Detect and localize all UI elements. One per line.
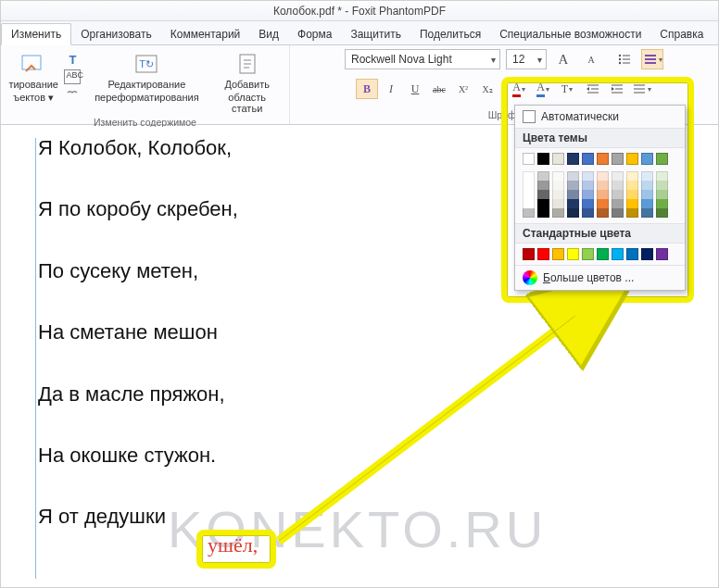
color-swatch[interactable] — [612, 199, 624, 208]
more-colors-item[interactable]: Больше цветов ... — [515, 265, 685, 290]
color-swatch[interactable] — [552, 171, 564, 181]
color-swatch[interactable] — [626, 199, 638, 208]
color-swatch[interactable] — [626, 171, 638, 181]
color-swatch[interactable] — [612, 190, 624, 199]
theme-color-shades — [515, 169, 685, 223]
color-wheel-icon — [523, 270, 537, 285]
color-swatch[interactable] — [597, 181, 609, 190]
color-swatch[interactable] — [641, 208, 653, 218]
color-swatch[interactable] — [537, 171, 549, 181]
color-swatch[interactable] — [612, 248, 624, 260]
color-swatch[interactable] — [582, 153, 594, 165]
color-swatch[interactable] — [612, 153, 624, 165]
color-swatch[interactable] — [626, 248, 638, 260]
color-swatch[interactable] — [567, 171, 579, 181]
theme-colors-row — [515, 148, 685, 169]
color-swatch[interactable] — [612, 181, 624, 190]
color-swatch[interactable] — [656, 190, 668, 199]
color-swatch[interactable] — [626, 153, 638, 165]
color-swatch[interactable] — [567, 208, 579, 218]
color-swatch[interactable] — [582, 248, 594, 260]
color-swatch[interactable] — [641, 248, 653, 260]
standard-colors-row — [515, 244, 685, 265]
color-swatch[interactable] — [537, 153, 549, 165]
color-swatch[interactable] — [641, 199, 653, 208]
color-swatch[interactable] — [537, 248, 549, 260]
more-colors-label: Больше цветов ... — [543, 271, 634, 284]
color-swatch[interactable] — [567, 199, 579, 208]
color-swatch[interactable] — [552, 181, 564, 190]
color-swatch[interactable] — [523, 199, 535, 208]
color-swatch[interactable] — [552, 248, 564, 260]
color-swatch[interactable] — [567, 181, 579, 190]
color-swatch[interactable] — [597, 190, 609, 199]
color-swatch[interactable] — [582, 199, 594, 208]
color-swatch[interactable] — [523, 248, 535, 260]
automatic-swatch-icon — [523, 110, 536, 123]
svg-line-26 — [279, 316, 575, 541]
color-swatch[interactable] — [597, 171, 609, 181]
color-swatch[interactable] — [523, 208, 535, 218]
font-color-popup: Автоматически Цвета темы Стандартные цве… — [514, 105, 686, 291]
color-swatch[interactable] — [626, 190, 638, 199]
color-swatch[interactable] — [641, 181, 653, 190]
color-swatch[interactable] — [537, 199, 549, 208]
color-swatch[interactable] — [523, 190, 535, 199]
color-swatch[interactable] — [656, 248, 668, 260]
color-swatch[interactable] — [656, 208, 668, 218]
color-swatch[interactable] — [597, 199, 609, 208]
color-swatch[interactable] — [552, 208, 564, 218]
color-swatch[interactable] — [597, 208, 609, 218]
color-swatch[interactable] — [597, 153, 609, 165]
theme-colors-header: Цвета темы — [515, 128, 685, 148]
color-swatch[interactable] — [656, 171, 668, 181]
color-swatch[interactable] — [523, 181, 535, 190]
color-swatch[interactable] — [656, 199, 668, 208]
color-swatch[interactable] — [626, 208, 638, 218]
color-swatch[interactable] — [612, 171, 624, 181]
color-swatch[interactable] — [626, 181, 638, 190]
color-swatch[interactable] — [582, 181, 594, 190]
color-automatic-item[interactable]: Автоматически — [515, 106, 685, 128]
color-swatch[interactable] — [567, 248, 579, 260]
color-automatic-label: Автоматически — [541, 110, 619, 123]
color-swatch[interactable] — [567, 190, 579, 199]
color-swatch[interactable] — [656, 153, 668, 165]
color-swatch[interactable] — [641, 153, 653, 165]
color-swatch[interactable] — [641, 171, 653, 181]
color-swatch[interactable] — [641, 190, 653, 199]
color-swatch[interactable] — [537, 190, 549, 199]
color-swatch[interactable] — [612, 208, 624, 218]
color-swatch[interactable] — [523, 171, 535, 181]
color-swatch[interactable] — [552, 153, 564, 165]
color-swatch[interactable] — [523, 153, 535, 165]
color-swatch[interactable] — [582, 171, 594, 181]
color-swatch[interactable] — [552, 190, 564, 199]
color-swatch[interactable] — [656, 181, 668, 190]
color-swatch[interactable] — [597, 248, 609, 260]
arrow-annotation — [1, 1, 719, 588]
color-swatch[interactable] — [567, 153, 579, 165]
color-swatch[interactable] — [582, 208, 594, 218]
color-swatch[interactable] — [552, 199, 564, 208]
color-swatch[interactable] — [582, 190, 594, 199]
standard-colors-header: Стандартные цвета — [515, 223, 685, 244]
color-swatch[interactable] — [537, 181, 549, 190]
color-swatch[interactable] — [537, 208, 549, 218]
